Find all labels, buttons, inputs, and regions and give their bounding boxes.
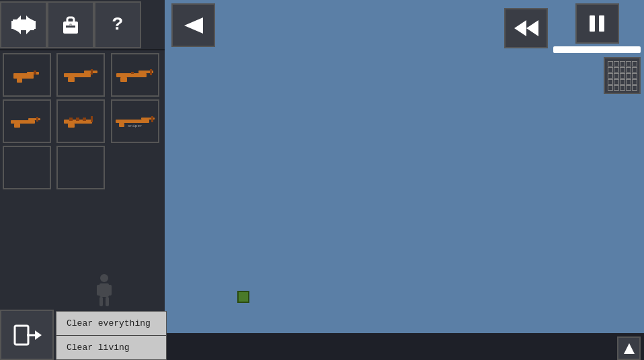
svg-rect-13 — [34, 71, 36, 75]
svg-rect-43 — [106, 297, 109, 306]
svg-rect-52 — [599, 15, 604, 32]
svg-rect-4 — [18, 28, 34, 30]
svg-rect-44 — [15, 326, 28, 345]
grid-icon — [608, 61, 637, 91]
svg-rect-40 — [97, 285, 101, 296]
svg-rect-2 — [13, 19, 29, 22]
svg-rect-30 — [83, 118, 86, 121]
speed-bar-container — [553, 3, 641, 53]
bag-button[interactable] — [47, 1, 94, 48]
svg-text:sniper: sniper — [128, 124, 143, 128]
person-silhouette — [94, 273, 114, 306]
swap-button[interactable] — [0, 1, 47, 48]
top-right-controls — [504, 3, 641, 53]
svg-rect-42 — [99, 297, 103, 306]
svg-marker-49 — [514, 20, 526, 36]
weapon-cell-3[interactable] — [111, 53, 159, 97]
weapon-cell-8[interactable] — [56, 146, 105, 189]
weapon-cell-5[interactable] — [56, 99, 105, 143]
weapon-cell-7[interactable] — [3, 146, 51, 189]
help-icon: ? — [112, 14, 124, 35]
left-panel: ? — [0, 0, 165, 360]
game-object — [237, 291, 249, 303]
svg-rect-32 — [91, 116, 93, 122]
svg-rect-21 — [131, 72, 134, 74]
weapon-cell-4[interactable] — [3, 99, 51, 143]
svg-rect-39 — [99, 283, 109, 297]
svg-rect-6 — [63, 21, 78, 34]
svg-marker-0 — [11, 15, 36, 34]
svg-rect-11 — [27, 72, 39, 75]
svg-marker-1 — [11, 15, 36, 34]
weapon-cell-6[interactable]: sniper — [111, 99, 159, 143]
grid-toggle-button[interactable] — [604, 57, 641, 94]
svg-point-9 — [69, 24, 72, 26]
svg-rect-41 — [108, 285, 112, 296]
svg-rect-14 — [64, 73, 91, 77]
svg-marker-48 — [184, 17, 203, 34]
rewind-button[interactable] — [504, 8, 548, 48]
svg-marker-5 — [13, 26, 18, 32]
svg-rect-26 — [36, 117, 38, 122]
svg-rect-12 — [17, 79, 22, 83]
svg-rect-16 — [68, 77, 75, 82]
bottom-bar — [165, 333, 644, 360]
weapon-cell-1[interactable] — [3, 53, 51, 97]
svg-rect-20 — [120, 77, 127, 82]
speed-bar-track[interactable] — [553, 46, 641, 53]
svg-rect-8 — [66, 26, 75, 28]
weapon-grid: sniper — [0, 50, 165, 192]
svg-rect-22 — [150, 69, 152, 75]
clear-living-item[interactable]: Clear living — [56, 336, 166, 359]
exit-button[interactable] — [0, 310, 54, 360]
svg-rect-24 — [28, 118, 40, 120]
back-button[interactable] — [171, 3, 215, 47]
svg-marker-47 — [624, 343, 635, 354]
svg-rect-51 — [590, 15, 595, 32]
svg-rect-25 — [14, 124, 20, 128]
svg-rect-28 — [69, 118, 73, 121]
svg-rect-23 — [11, 120, 35, 124]
svg-marker-46 — [35, 330, 42, 340]
svg-rect-35 — [119, 123, 124, 127]
help-button[interactable]: ? — [94, 1, 141, 48]
context-menu: Clear everything Clear living — [56, 311, 167, 360]
svg-rect-7 — [67, 17, 74, 23]
bottom-right-arrow — [617, 336, 641, 360]
pause-button[interactable] — [575, 3, 619, 44]
clear-everything-item[interactable]: Clear everything — [56, 312, 166, 336]
svg-rect-17 — [91, 69, 93, 75]
top-toolbar: ? — [0, 0, 165, 50]
svg-rect-31 — [68, 124, 75, 128]
weapon-cell-2[interactable] — [56, 53, 105, 97]
svg-marker-50 — [526, 20, 538, 36]
svg-rect-36 — [151, 116, 153, 122]
svg-marker-3 — [29, 18, 34, 24]
svg-point-38 — [100, 274, 108, 282]
svg-rect-33 — [116, 120, 149, 123]
svg-rect-29 — [76, 118, 79, 121]
